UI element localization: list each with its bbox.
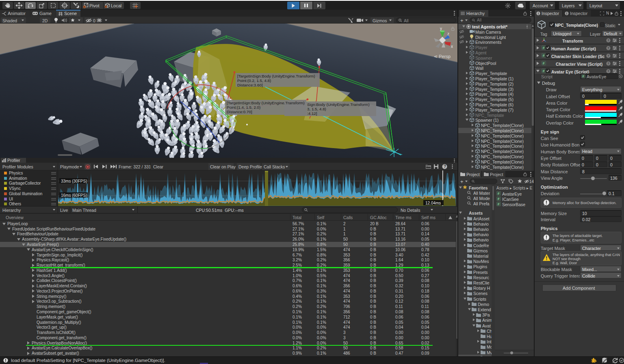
svg-text:3, 1.5, 4.8): 3, 1.5, 4.8) — [307, 107, 326, 111]
svg-text:#: # — [497, 192, 499, 196]
svg-text:Distance:3.60]: Distance:3.60] — [237, 83, 263, 87]
svg-text:y: y — [440, 26, 442, 31]
svg-text:#: # — [497, 202, 499, 206]
svg-text:[TargetInSign:Body (UnityEngin: [TargetInSign:Body (UnityEngine.Transfor… — [227, 101, 305, 105]
svg-text:?: ? — [607, 62, 609, 65]
svg-text:⋖ Persp: ⋖ Persp — [434, 54, 451, 59]
svg-text:?: ? — [607, 54, 609, 58]
svg-text:?: ? — [607, 69, 609, 73]
svg-text:#: # — [497, 197, 499, 201]
svg-text:?: ? — [607, 46, 609, 50]
svg-text:x: x — [451, 44, 453, 49]
svg-text:[TargetInSign:Body (UnityEngin: [TargetInSign:Body (UnityEngine.Transfor… — [237, 74, 315, 78]
svg-text::4.12]: :4.12] — [307, 111, 317, 116]
svg-text:?: ? — [607, 39, 609, 42]
svg-text:#: # — [542, 46, 544, 50]
svg-text:Sign:Body (UnityEngine.Transfo: Sign:Body (UnityEngine.Transform) — [307, 102, 370, 107]
svg-text:Distance:0.70]: Distance:0.70] — [227, 110, 252, 114]
svg-text:#: # — [542, 61, 544, 65]
svg-text:?: ? — [444, 164, 446, 169]
svg-text:Point:(0.2, 1.5, 4.8): Point:(0.2, 1.5, 4.8) — [237, 78, 271, 83]
svg-text:#: # — [542, 54, 544, 58]
svg-text:Point:(1.4, 1.5, 2.0): Point:(1.4, 1.5, 2.0) — [227, 105, 260, 110]
svg-text:#: # — [542, 69, 544, 73]
svg-text:#: # — [582, 74, 584, 78]
